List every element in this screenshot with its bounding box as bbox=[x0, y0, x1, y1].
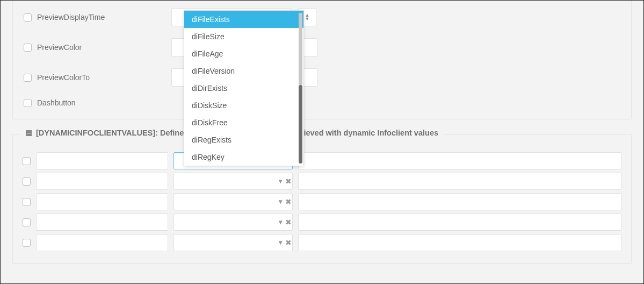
row-type-combo[interactable]: ▼✖ bbox=[173, 173, 293, 190]
page-container: PreviewDisplayTime ▲ ▼ PreviewColor Prev… bbox=[1, 1, 643, 283]
row-type-combo[interactable]: ▼✖ bbox=[173, 214, 293, 231]
row-key-input[interactable] bbox=[36, 152, 168, 169]
label-preview-color: PreviewColor bbox=[37, 43, 166, 52]
row-value-input[interactable] bbox=[298, 152, 621, 169]
row-checkbox[interactable] bbox=[23, 218, 31, 226]
label-preview-display-time: PreviewDisplayTime bbox=[37, 13, 166, 22]
row-preview-display-time: PreviewDisplayTime ▲ ▼ bbox=[24, 8, 620, 26]
dropdown-item[interactable]: diDiskFree bbox=[184, 114, 303, 131]
dropdown-list[interactable]: diFileExistsdiFileSizediFileAgediFileVer… bbox=[184, 10, 304, 166]
row-key-input[interactable] bbox=[36, 234, 168, 251]
row-value-input[interactable] bbox=[298, 234, 621, 251]
dynamic-info-group: [DYNAMICINFOCLIENTVALUES]: Defines which… bbox=[12, 134, 632, 264]
clear-icon[interactable]: ✖ bbox=[285, 197, 293, 206]
row-key-input[interactable] bbox=[36, 173, 168, 190]
checkbox-preview-color[interactable] bbox=[24, 44, 32, 52]
dropdown-item[interactable]: diRegKey bbox=[184, 148, 303, 166]
combo-input[interactable] bbox=[174, 177, 277, 186]
dropdown-item[interactable]: diFileVersion bbox=[184, 62, 303, 80]
dropdown-item[interactable]: diFileAge bbox=[184, 45, 303, 62]
row-preview-color-to: PreviewColorTo bbox=[24, 68, 620, 87]
chevron-down-icon[interactable]: ▼ bbox=[277, 239, 285, 246]
row-key-input[interactable] bbox=[36, 193, 168, 210]
checkbox-preview-color-to[interactable] bbox=[24, 74, 32, 82]
row-value-input[interactable] bbox=[298, 193, 621, 210]
chevron-down-icon[interactable]: ▼ bbox=[277, 178, 285, 185]
row-dashbutton: Dashbutton bbox=[24, 98, 620, 107]
table-row: ▼✖ bbox=[23, 234, 621, 251]
row-type-combo[interactable]: ▼✖ bbox=[173, 234, 293, 251]
table-row: ▼✖ bbox=[23, 152, 621, 169]
checkbox-preview-display-time[interactable] bbox=[24, 13, 32, 22]
row-value-input[interactable] bbox=[298, 173, 621, 190]
clear-icon[interactable]: ✖ bbox=[285, 177, 293, 186]
table-row: ▼✖ bbox=[23, 214, 621, 231]
scrollbar-thumb-upper bbox=[299, 13, 302, 85]
clear-icon[interactable]: ✖ bbox=[285, 238, 293, 247]
chevron-down-icon[interactable]: ▼ bbox=[277, 198, 285, 205]
combo-input[interactable] bbox=[174, 238, 277, 247]
checkbox-dashbutton[interactable] bbox=[24, 99, 32, 107]
row-value-input[interactable] bbox=[298, 214, 621, 231]
label-dashbutton: Dashbutton bbox=[37, 98, 166, 107]
dropdown-item[interactable]: diDiskSize bbox=[184, 97, 303, 114]
clear-icon[interactable]: ✖ bbox=[285, 218, 293, 226]
scrollbar-thumb-lower bbox=[299, 85, 302, 164]
row-checkbox[interactable] bbox=[23, 239, 31, 247]
row-checkbox[interactable] bbox=[23, 198, 31, 206]
dropdown-item[interactable]: diFileSize bbox=[184, 28, 303, 45]
combo-input[interactable] bbox=[174, 218, 277, 226]
row-type-combo[interactable]: ▼✖ bbox=[173, 193, 293, 210]
dropdown-item[interactable]: diFileExists bbox=[184, 11, 303, 28]
dropdown-item[interactable]: diDirExists bbox=[184, 80, 303, 97]
dropdown-item[interactable]: diRegExists bbox=[184, 131, 303, 148]
chevron-down-icon[interactable]: ▼ bbox=[277, 218, 285, 226]
row-key-input[interactable] bbox=[36, 214, 168, 231]
table-row: ▼✖ bbox=[23, 193, 621, 210]
row-checkbox[interactable] bbox=[23, 157, 31, 165]
scrollbar-track[interactable] bbox=[299, 13, 302, 164]
grid-rows-container: ▼✖▼✖▼✖▼✖▼✖ bbox=[23, 152, 621, 251]
row-preview-color: PreviewColor bbox=[24, 38, 620, 56]
top-panel: PreviewDisplayTime ▲ ▼ PreviewColor Prev… bbox=[12, 1, 632, 119]
dropdown-scroll: diFileExistsdiFileSizediFileAgediFileVer… bbox=[184, 11, 303, 166]
label-preview-color-to: PreviewColorTo bbox=[37, 73, 166, 82]
collapse-icon bbox=[26, 130, 32, 136]
combo-input[interactable] bbox=[174, 197, 277, 206]
row-checkbox[interactable] bbox=[23, 178, 31, 186]
chevron-down-icon: ▼ bbox=[305, 17, 310, 21]
table-row: ▼✖ bbox=[23, 173, 621, 190]
